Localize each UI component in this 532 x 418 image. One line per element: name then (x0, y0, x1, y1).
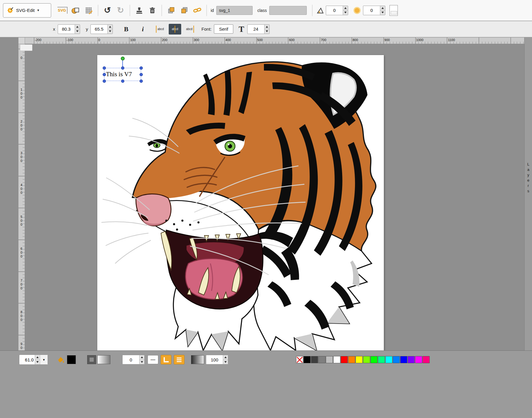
spin-down-button[interactable] (108, 29, 112, 34)
palette-swatch[interactable] (423, 356, 430, 363)
y-input[interactable] (91, 25, 107, 34)
palette-swatch[interactable] (318, 356, 326, 363)
move-to-top-button[interactable] (178, 4, 191, 17)
current-color-indicator[interactable] (389, 5, 398, 16)
text-anchor-start-button[interactable]: abcd (154, 24, 167, 35)
svg-canvas[interactable]: This is V7 (97, 55, 384, 350)
x-input[interactable] (58, 25, 75, 34)
clone-button[interactable] (133, 4, 146, 17)
selection-handle-sw[interactable] (103, 79, 106, 83)
spin-down-button[interactable] (380, 10, 385, 15)
palette-swatch[interactable] (363, 356, 370, 363)
spin-down-button[interactable] (265, 29, 269, 34)
text-context-toolbar: x y B i abcd abcd (0, 21, 532, 37)
palette-swatch[interactable] (348, 356, 355, 363)
opacity-input[interactable] (206, 355, 223, 364)
delete-button[interactable] (146, 4, 159, 17)
layers-panel-tab[interactable]: Layers (524, 38, 532, 350)
palette-swatch[interactable] (311, 356, 318, 363)
spin-up-button[interactable] (343, 6, 348, 10)
ruler-top-label: 1100 (448, 38, 455, 42)
angle-field (326, 6, 348, 15)
grid-button[interactable] (82, 4, 95, 17)
class-input[interactable] (269, 6, 307, 15)
palette-swatch[interactable] (326, 356, 333, 363)
ruler-top-label: 700 (321, 38, 326, 42)
palette-swatch[interactable] (408, 356, 415, 363)
spin-up-button[interactable] (223, 355, 228, 360)
fill-bucket-icon[interactable] (56, 355, 65, 364)
linecap-button[interactable] (174, 355, 184, 364)
linejoin-button[interactable] (161, 355, 171, 364)
rotate-handle[interactable] (121, 57, 125, 60)
spin-down-button[interactable] (343, 10, 348, 15)
toolbar-separator (130, 5, 130, 16)
spin-down-button[interactable] (35, 360, 40, 365)
stroke-color-swatch[interactable] (87, 355, 96, 364)
palette-swatch[interactable] (385, 356, 392, 363)
palette-swatch[interactable] (393, 356, 400, 363)
move-to-bottom-button[interactable] (165, 4, 178, 17)
spin-up-button[interactable] (108, 25, 112, 29)
palette-swatch[interactable] (400, 356, 407, 363)
source-editor-button[interactable]: SVG (56, 4, 69, 17)
ruler-left-label: 500 (20, 215, 23, 227)
ruler-top-label: 1000 (416, 38, 423, 42)
undo-button[interactable]: ↺ (101, 4, 114, 17)
spin-up-button[interactable] (140, 355, 144, 360)
blur-input[interactable] (363, 6, 380, 15)
redo-button[interactable]: ↻ (114, 4, 127, 17)
wireframe-button[interactable] (69, 4, 82, 17)
zoom-input[interactable] (19, 357, 35, 363)
anchor-bar-icon (156, 26, 157, 33)
bold-button[interactable]: B (120, 23, 132, 35)
stroke-width-input[interactable] (123, 355, 139, 364)
selection-handle-nw[interactable] (103, 66, 106, 70)
palette-swatch-none[interactable] (296, 356, 303, 363)
selection-handle-n[interactable] (121, 66, 124, 70)
trash-icon (148, 6, 157, 15)
font-size-input[interactable] (248, 25, 264, 34)
palette-swatch[interactable] (303, 356, 311, 363)
make-link-button[interactable] (191, 4, 204, 17)
spin-up-button[interactable] (35, 355, 40, 360)
selection-handle-ne[interactable] (140, 66, 143, 70)
link-icon (193, 6, 202, 15)
spin-up-button[interactable] (75, 25, 80, 29)
selection-handle-w[interactable] (103, 73, 106, 76)
selection-box (104, 68, 141, 81)
palette-swatch[interactable] (415, 356, 422, 363)
ruler-left-label: 800 (20, 310, 23, 322)
italic-button[interactable]: i (137, 23, 149, 35)
palette-swatch[interactable] (378, 356, 385, 363)
palette-swatch[interactable] (370, 356, 378, 363)
text-anchor-middle-button[interactable]: abcd (169, 24, 181, 35)
stroke-gradient-swatch[interactable] (97, 355, 110, 364)
tiger-image[interactable] (97, 55, 384, 350)
stroke-dash-button[interactable]: — (148, 355, 158, 364)
spin-up-button[interactable] (380, 6, 385, 10)
spin-down-button[interactable] (140, 360, 144, 364)
palette-swatch[interactable] (333, 356, 340, 363)
angle-input[interactable] (326, 6, 343, 15)
font-family-button[interactable]: Serif (214, 24, 233, 34)
workspace: -200-10001002003004005006007008009001000… (0, 38, 532, 350)
zoom-dropdown-button[interactable]: ▼ (40, 355, 48, 364)
spin-down-button[interactable] (223, 360, 228, 364)
text-anchor-end-button[interactable]: abcd (183, 24, 195, 35)
spin-down-button[interactable] (75, 29, 80, 34)
fill-color-swatch[interactable] (67, 355, 76, 364)
svg-source-icon: SVG (57, 7, 67, 14)
opacity-gradient-swatch[interactable] (191, 355, 204, 364)
spin-up-button[interactable] (265, 25, 269, 29)
palette-swatch[interactable] (341, 356, 348, 363)
main-menu-button[interactable]: SVG-Edit ▼ (3, 3, 51, 18)
id-label: id (211, 8, 214, 13)
id-input[interactable] (216, 6, 253, 15)
palette-swatch[interactable] (356, 356, 363, 363)
selection-handle-se[interactable] (140, 79, 143, 83)
opacity-field (206, 355, 228, 364)
selection-handle-e[interactable] (140, 73, 143, 76)
font-size-spinner (264, 25, 269, 34)
selection-handle-s[interactable] (121, 79, 124, 83)
